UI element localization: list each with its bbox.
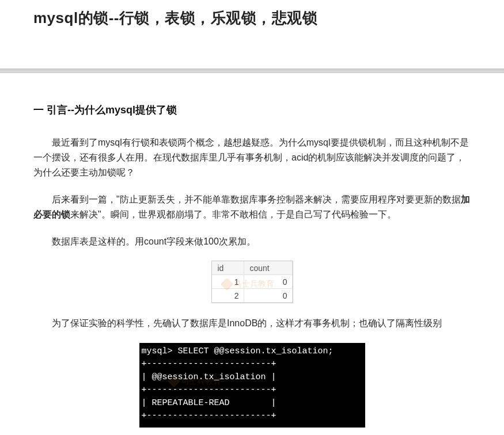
terminal-line: | @@session.tx_isolation |: [142, 371, 358, 384]
page-title: mysql的锁--行锁，表锁，乐观锁，悲观锁: [33, 8, 471, 28]
article-body: 一 引言--为什么mysql提供了锁 最近看到了mysql有行锁和表锁两个概念，…: [0, 73, 504, 435]
terminal-line: +------------------------+: [142, 384, 358, 397]
table-cell: 0: [244, 275, 293, 289]
text-run: 后来看到一篇，"防止更新丢失，并不能单靠数据库事务控制器来解决，需要应用程序对要…: [52, 194, 461, 204]
table-header-row: id count: [212, 261, 293, 275]
terminal-line: +------------------------+: [142, 410, 358, 423]
table-row: 1 0: [212, 275, 293, 289]
table-header-cell: id: [212, 261, 244, 275]
paragraph: 后来看到一篇，"防止更新丢失，并不能单靠数据库事务控制器来解决，需要应用程序对要…: [33, 192, 471, 223]
table-cell: 2: [212, 289, 244, 303]
section-divider: [0, 68, 504, 73]
text-run: 来解决"。瞬间，世界观都崩塌了。非常不敢相信，于是自己写了代码检验一下。: [70, 209, 396, 219]
table-row: 2 0: [212, 289, 293, 303]
terminal-line: | REPEATABLE-READ |: [142, 397, 358, 410]
terminal-output: 马士兵教育 mysql> SELECT @@session.tx_isolati…: [139, 343, 365, 428]
table-header-cell: count: [244, 261, 293, 275]
paragraph: 最近看到了mysql有行锁和表锁两个概念，越想越疑惑。为什么mysql要提供锁机…: [33, 135, 471, 181]
db-table: 马士兵教育 id count 1 0 2 0: [211, 261, 293, 303]
table-figure: 马士兵教育 id count 1 0 2 0: [33, 261, 471, 303]
paragraph: 为了保证实验的科学性，先确认了数据库是InnoDB的，这样才有事务机制；也确认了…: [33, 316, 471, 331]
terminal-line: mysql> SELECT @@session.tx_isolation;: [142, 345, 358, 358]
terminal-line: +------------------------+: [142, 358, 358, 371]
table-cell: 1: [212, 275, 244, 289]
terminal-figure: 马士兵教育 mysql> SELECT @@session.tx_isolati…: [33, 343, 471, 428]
section-heading: 一 引言--为什么mysql提供了锁: [33, 102, 471, 119]
table-cell: 0: [244, 289, 293, 303]
paragraph: 数据库表是这样的。用count字段来做100次累加。: [33, 234, 471, 249]
